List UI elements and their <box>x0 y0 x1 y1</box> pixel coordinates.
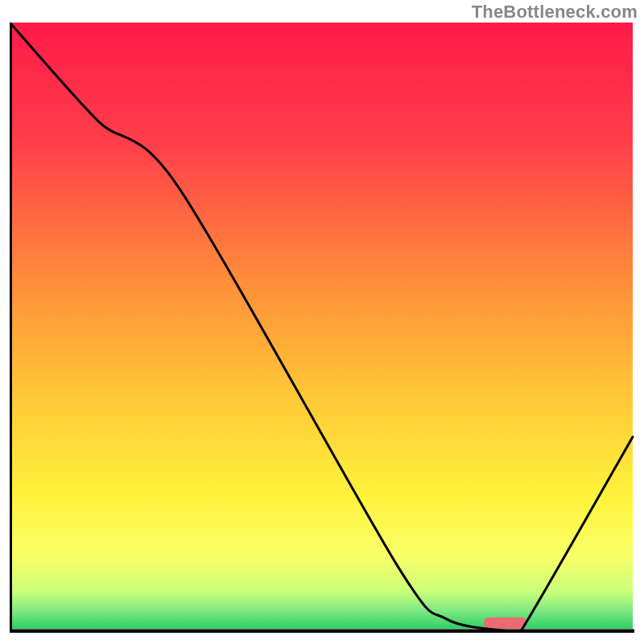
gradient-background <box>11 23 633 629</box>
chart-svg <box>10 23 634 633</box>
chart-container: TheBottleneck.com <box>0 0 644 644</box>
watermark-label: TheBottleneck.com <box>472 2 638 23</box>
svg-rect-2 <box>484 617 527 629</box>
optimal-marker <box>484 617 527 629</box>
plot-area <box>10 23 634 633</box>
